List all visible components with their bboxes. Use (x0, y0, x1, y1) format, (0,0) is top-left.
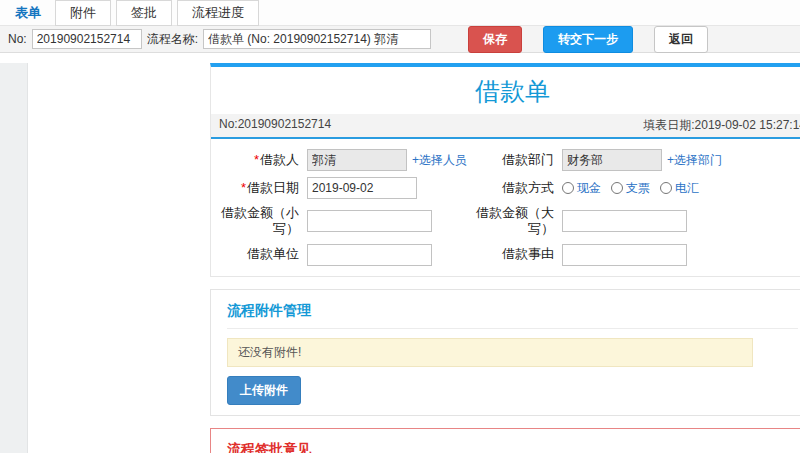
page-title: 借款单 (211, 67, 800, 114)
form-date-text: 填表日期:2019-09-02 15:27:14 (643, 117, 800, 134)
select-department-link[interactable]: +选择部门 (667, 152, 722, 169)
amount-big-label: 借款金额（大写） (467, 205, 562, 238)
required-asterisk: * (254, 152, 259, 167)
tab-form[interactable]: 表单 (6, 0, 50, 26)
amount-big-field (562, 210, 800, 232)
form-info-row: No:20190902152714 填表日期:2019-09-02 15:27:… (211, 114, 800, 139)
amount-small-label: 借款金额（小写） (217, 205, 307, 238)
loan-reason-label: 借款事由 (467, 246, 562, 262)
department-field: +选择部门 (562, 149, 800, 171)
amount-big-input[interactable] (562, 210, 687, 232)
borrower-input[interactable] (307, 149, 407, 171)
content-area: 借款单 No:20190902152714 填表日期:2019-09-02 15… (0, 63, 800, 453)
attachment-panel-title: 流程附件管理 (227, 298, 798, 329)
radio-option-wire[interactable]: 电汇 (660, 180, 699, 197)
form-fields: *借款人 +选择人员 借款部门 +选择部门 *借款日期 借款 (211, 139, 800, 276)
borrower-label: *借款人 (217, 152, 307, 168)
loan-reason-field (562, 244, 800, 266)
radio-option-cheque[interactable]: 支票 (611, 180, 650, 197)
tab-progress[interactable]: 流程进度 (177, 0, 259, 26)
wire-radio[interactable] (660, 182, 672, 194)
amount-small-field (307, 210, 467, 232)
loan-unit-input[interactable] (307, 244, 432, 266)
tab-bar: 表单 附件 签批 流程进度 (0, 0, 800, 25)
loan-unit-field (307, 244, 467, 266)
attachment-panel: 流程附件管理 还没有附件! 上传附件 (210, 289, 800, 416)
department-input[interactable] (562, 149, 662, 171)
loan-method-radio-group: 现金 支票 电汇 (562, 180, 699, 197)
loan-reason-input[interactable] (562, 244, 687, 266)
cash-radio[interactable] (562, 182, 574, 194)
no-input[interactable] (32, 29, 142, 49)
process-name-label: 流程名称: (147, 31, 198, 48)
tab-attachment[interactable]: 附件 (55, 0, 111, 26)
page: 表单 附件 签批 流程进度 No: 流程名称: 保存 转交下一步 返回 借款单 … (0, 0, 800, 453)
borrower-field: +选择人员 (307, 149, 467, 171)
loan-date-field (307, 177, 467, 199)
form-no-text: No:20190902152714 (219, 117, 331, 134)
loan-date-label: *借款日期 (217, 180, 307, 196)
amount-small-input[interactable] (307, 210, 432, 232)
select-person-link[interactable]: +选择人员 (412, 152, 467, 169)
cheque-radio[interactable] (611, 182, 623, 194)
loan-form-panel: 借款单 No:20190902152714 填表日期:2019-09-02 15… (210, 63, 800, 277)
loan-date-input[interactable] (307, 177, 417, 199)
process-name-input[interactable] (203, 29, 431, 49)
panels: 借款单 No:20190902152714 填表日期:2019-09-02 15… (210, 63, 800, 453)
save-button[interactable]: 保存 (468, 26, 522, 53)
loan-method-label: 借款方式 (467, 180, 562, 196)
no-attachment-notice: 还没有附件! (227, 338, 753, 367)
tab-approval[interactable]: 签批 (116, 0, 172, 26)
approval-panel-title: 流程签批意见 (227, 437, 798, 453)
back-button[interactable]: 返回 (654, 26, 708, 53)
radio-option-cash[interactable]: 现金 (562, 180, 601, 197)
loan-method-field: 现金 支票 电汇 (562, 180, 800, 197)
next-step-button[interactable]: 转交下一步 (543, 26, 633, 53)
no-label: No: (8, 32, 27, 46)
left-sidebar-strip (0, 63, 28, 453)
upload-attachment-button[interactable]: 上传附件 (227, 376, 301, 405)
toolbar: No: 流程名称: 保存 转交下一步 返回 (0, 25, 800, 53)
loan-unit-label: 借款单位 (217, 246, 307, 262)
approval-panel: 流程签批意见 B I abc ✎ ◉ ▣ ⚑ ≡ ≔ (210, 428, 800, 453)
required-asterisk: * (241, 180, 246, 195)
department-label: 借款部门 (467, 152, 562, 168)
